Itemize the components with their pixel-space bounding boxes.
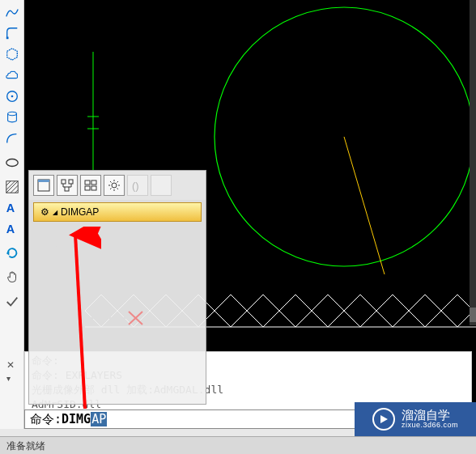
close-icon[interactable]: ✕	[6, 359, 15, 371]
circle-tool-icon[interactable]	[2, 87, 22, 106]
autocomplete-item-label: DIMGAP	[61, 206, 99, 218]
status-text: 准备就绪	[6, 440, 45, 452]
svg-rect-18	[62, 180, 66, 184]
svg-point-5	[6, 159, 17, 167]
watermark-logo-icon	[372, 408, 395, 431]
polygon-icon[interactable]	[2, 45, 22, 64]
svg-rect-24	[91, 186, 96, 190]
svg-marker-1	[6, 49, 17, 60]
svg-marker-30	[380, 415, 388, 423]
ellipse-icon[interactable]	[2, 153, 22, 172]
refresh-icon[interactable]	[2, 244, 22, 263]
svg-rect-22	[91, 180, 96, 185]
svg-point-25	[112, 183, 117, 188]
svg-rect-21	[85, 180, 90, 185]
svg-line-14	[344, 137, 385, 274]
brackets-tab-icon[interactable]: ()	[127, 175, 148, 196]
window-tab-icon[interactable]	[33, 175, 54, 196]
svg-text:A: A	[6, 223, 15, 235]
autocomplete-body	[29, 224, 206, 370]
watermark-sub: zixue.3d66.com	[402, 422, 458, 430]
hatch-icon[interactable]	[2, 177, 22, 197]
command-selection: AP	[91, 412, 107, 426]
text-a-icon[interactable]: A	[2, 198, 22, 218]
svg-rect-19	[69, 180, 73, 184]
tree-tab-icon[interactable]	[57, 175, 78, 196]
autocomplete-popup: () ⚙ ◢ DIMGAP	[28, 170, 206, 405]
autocomplete-tabs: ()	[29, 171, 206, 200]
scrollbar-handle[interactable]	[470, 308, 476, 322]
svg-rect-20	[65, 187, 69, 191]
command-typed: DIMG	[62, 412, 91, 426]
gear-tab-icon[interactable]	[104, 175, 125, 196]
text-a2-icon[interactable]: A	[2, 219, 22, 239]
spline-icon[interactable]	[2, 2, 22, 22]
status-bar: 准备就绪	[0, 436, 476, 454]
svg-rect-27	[49, 313, 59, 323]
svg-text:A: A	[6, 202, 15, 214]
svg-rect-17	[38, 180, 49, 182]
svg-point-3	[11, 95, 13, 98]
autocomplete-item-dimgap[interactable]: ⚙ ◢ DIMGAP	[33, 202, 202, 222]
gear-icon: ⚙	[40, 206, 49, 218]
vertical-scrollbar[interactable]	[470, 0, 476, 325]
cylinder-icon[interactable]	[2, 108, 22, 127]
fillet-icon[interactable]	[2, 23, 22, 43]
watermark-title: 溜溜自学	[402, 409, 458, 422]
svg-rect-23	[85, 186, 90, 190]
svg-point-4	[7, 112, 16, 116]
grid-tab-icon[interactable]	[80, 175, 101, 196]
command-prompt: 命令:	[30, 412, 62, 427]
pan-icon[interactable]	[2, 268, 22, 287]
corner-mark: ◢	[53, 209, 57, 216]
blank-tab-icon[interactable]	[151, 175, 172, 196]
dropdown-icon[interactable]: ▾	[6, 374, 11, 383]
watermark: 溜溜自学 zixue.3d66.com	[355, 402, 476, 436]
check-icon[interactable]	[2, 292, 22, 312]
arc-tool-icon[interactable]	[2, 129, 22, 148]
svg-text:(): ()	[132, 180, 139, 192]
cloud-icon[interactable]	[2, 66, 22, 85]
svg-rect-0	[6, 37, 8, 40]
